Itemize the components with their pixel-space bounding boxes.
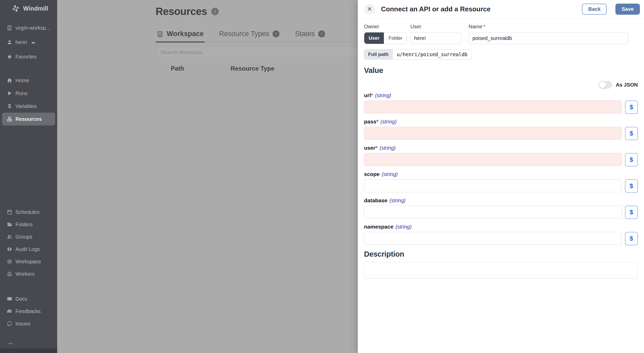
url-input[interactable] xyxy=(364,100,622,113)
save-button[interactable]: Save xyxy=(615,4,640,15)
description-heading: Description xyxy=(364,250,638,258)
user-label: User xyxy=(410,24,461,30)
required-asterisk: * xyxy=(375,145,377,151)
insert-variable-button[interactable]: $ xyxy=(625,100,638,114)
field-type-annotation: (string) xyxy=(389,198,405,203)
owner-option-folder[interactable]: Folder xyxy=(384,32,407,44)
field-type-annotation: (string) xyxy=(382,171,398,177)
back-button[interactable]: Back xyxy=(582,4,607,15)
field-user: user*(string) $ xyxy=(364,145,638,166)
database-input[interactable] xyxy=(364,206,622,218)
user-input[interactable] xyxy=(364,153,622,166)
full-path-display: Full path u/henri/poised_surrealdb xyxy=(364,49,472,60)
field-pass: pass*(string) $ xyxy=(364,119,638,140)
insert-variable-button[interactable]: $ xyxy=(625,232,638,245)
field-type-annotation: (string) xyxy=(395,224,411,230)
field-url: url*(string) $ xyxy=(364,92,638,114)
required-asterisk: * xyxy=(376,119,378,124)
field-type-annotation: (string) xyxy=(375,93,391,98)
drawer-header: ✕ Connect an API or add a Resource Back … xyxy=(358,0,644,19)
owner-label: Owner xyxy=(364,24,403,30)
insert-variable-button[interactable]: $ xyxy=(625,153,638,166)
full-path-label: Full path xyxy=(364,49,393,59)
close-drawer-button[interactable]: ✕ xyxy=(364,4,375,15)
pass-input[interactable] xyxy=(364,127,622,140)
as-json-label: As JSON xyxy=(616,82,638,88)
owner-user-input[interactable] xyxy=(410,32,461,44)
field-type-annotation: (string) xyxy=(380,119,396,124)
toggle-knob xyxy=(599,81,606,88)
add-resource-drawer: ✕ Connect an API or add a Resource Back … xyxy=(358,0,644,353)
value-section-heading: Value xyxy=(364,66,638,75)
close-icon: ✕ xyxy=(367,6,372,13)
as-json-toggle[interactable] xyxy=(599,81,612,89)
full-path-value: u/henri/poised_surrealdb xyxy=(393,49,472,59)
insert-variable-button[interactable]: $ xyxy=(625,179,638,193)
insert-variable-button[interactable]: $ xyxy=(625,127,638,140)
owner-toggle: User Folder xyxy=(364,32,407,44)
name-label: Name* xyxy=(469,24,628,30)
owner-option-user[interactable]: User xyxy=(364,32,384,44)
field-type-annotation: (string) xyxy=(380,145,396,151)
resource-name-input[interactable] xyxy=(469,32,628,44)
field-database: database(string) $ xyxy=(364,197,638,219)
namespace-input[interactable] xyxy=(364,232,622,245)
description-textarea[interactable] xyxy=(364,262,638,279)
drawer-title: Connect an API or add a Resource xyxy=(381,5,576,13)
field-scope: scope(string) $ xyxy=(364,171,638,193)
required-asterisk: * xyxy=(483,24,485,29)
required-asterisk: * xyxy=(371,92,373,98)
insert-variable-button[interactable]: $ xyxy=(625,206,638,219)
scope-input[interactable] xyxy=(364,179,622,192)
field-namespace: namespace(string) $ xyxy=(364,224,638,245)
